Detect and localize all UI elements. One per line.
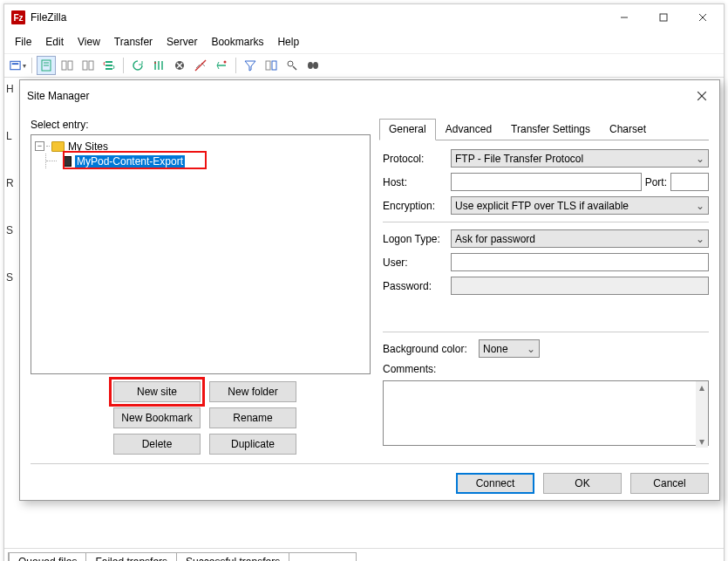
menu-server[interactable]: Server (160, 32, 204, 51)
reconnect-icon[interactable] (212, 56, 231, 75)
ok-button[interactable]: OK (543, 473, 622, 494)
panel-letter: H (6, 83, 17, 95)
comments-textarea[interactable] (383, 380, 709, 446)
dialog-close-button[interactable] (691, 86, 712, 106)
site-manager-icon[interactable] (8, 56, 27, 75)
menu-file[interactable]: File (8, 32, 38, 51)
user-label: User: (383, 257, 451, 269)
toggle-remote-tree-icon[interactable] (78, 56, 98, 75)
site-tree[interactable]: − My Sites MyPod-Content-Export (31, 134, 371, 374)
password-input (451, 277, 709, 295)
user-input[interactable] (451, 253, 709, 271)
process-queue-icon[interactable] (149, 56, 168, 75)
comments-label: Comments: (383, 363, 451, 375)
delete-button[interactable]: Delete (113, 434, 201, 455)
svg-line-22 (293, 66, 296, 70)
titlebar: Fz FileZilla (4, 4, 724, 31)
menu-view[interactable]: View (71, 32, 107, 51)
tree-root-label[interactable]: My Sites (68, 140, 108, 153)
refresh-icon[interactable] (128, 56, 147, 75)
cancel-icon[interactable] (170, 56, 189, 75)
password-label: Password: (383, 280, 451, 292)
minimize-button[interactable] (604, 5, 643, 30)
svg-point-13 (154, 62, 156, 64)
rename-button[interactable]: Rename (209, 407, 296, 428)
svg-rect-4 (10, 61, 20, 69)
disconnect-icon[interactable] (191, 56, 210, 75)
settings-tabs: General Advanced Transfer Settings Chars… (379, 119, 709, 140)
toolbar (4, 54, 724, 78)
host-input[interactable] (451, 173, 642, 191)
svg-point-23 (308, 62, 313, 69)
port-label: Port: (645, 176, 667, 188)
svg-point-18 (224, 61, 227, 64)
scrollbar[interactable]: ▴▾ (696, 381, 708, 448)
folder-icon (51, 141, 65, 152)
menu-edit[interactable]: Edit (38, 32, 71, 51)
directory-compare-icon[interactable] (262, 56, 281, 75)
menu-bookmarks[interactable]: Bookmarks (204, 32, 270, 51)
collapsed-panels: H L R S S (6, 83, 17, 284)
bgcolor-label: Background color: (383, 343, 479, 355)
svg-rect-20 (272, 61, 276, 70)
svg-rect-10 (68, 61, 72, 70)
close-button[interactable] (683, 5, 722, 30)
logon-type-label: Logon Type: (383, 233, 451, 245)
tab-charset[interactable]: Charset (600, 119, 656, 140)
tab-transfer-settings[interactable]: Transfer Settings (501, 119, 600, 140)
site-manager-dialog: Site Manager Select entry: − My Sites (19, 79, 720, 501)
cancel-button[interactable]: Cancel (630, 473, 709, 494)
tree-collapse-icon[interactable]: − (35, 141, 44, 151)
svg-rect-1 (660, 14, 667, 21)
svg-point-21 (288, 61, 293, 66)
tree-site-label[interactable]: MyPod-Content-Export (75, 155, 185, 168)
panel-letter: L (6, 130, 17, 142)
sync-browse-icon[interactable] (282, 56, 302, 75)
app-window: Fz FileZilla File Edit View Transfer Ser… (3, 3, 725, 561)
toggle-local-tree-icon[interactable] (58, 56, 77, 75)
menu-transfer[interactable]: Transfer (107, 32, 160, 51)
logon-type-select[interactable]: Ask for password (451, 229, 709, 248)
menu-help[interactable]: Help (270, 32, 306, 51)
panel-letter: S (6, 271, 17, 284)
tab-failed-transfers[interactable]: Failed transfers (86, 553, 177, 561)
panel-letter: S (6, 224, 17, 236)
toggle-log-icon[interactable] (37, 56, 56, 75)
dialog-title: Site Manager (27, 90, 691, 102)
protocol-select[interactable]: FTP - File Transfer Protocol (451, 149, 709, 168)
svg-rect-5 (12, 63, 19, 65)
svg-rect-11 (83, 61, 87, 70)
toggle-queue-icon[interactable] (99, 56, 119, 75)
new-bookmark-button[interactable]: New Bookmark (113, 407, 201, 428)
svg-rect-9 (62, 61, 66, 70)
host-label: Host: (383, 176, 451, 188)
menubar: File Edit View Transfer Server Bookmarks… (4, 31, 724, 54)
svg-rect-12 (89, 61, 93, 70)
new-site-button[interactable]: New site (113, 381, 201, 402)
tab-general[interactable]: General (379, 119, 436, 140)
svg-rect-19 (266, 61, 270, 70)
filter-icon[interactable] (241, 56, 260, 75)
bgcolor-select[interactable]: None (479, 339, 540, 358)
maximize-button[interactable] (643, 5, 683, 30)
encryption-select[interactable]: Use explicit FTP over TLS if available (451, 196, 709, 215)
site-icon (63, 156, 71, 167)
tab-queued-files[interactable]: Queued files (9, 552, 86, 561)
encryption-label: Encryption: (383, 200, 451, 212)
protocol-label: Protocol: (383, 153, 451, 165)
transfer-queue-tabs: Queued files Failed transfers Successful… (8, 552, 357, 561)
find-icon[interactable] (303, 56, 323, 75)
window-title: FileZilla (31, 11, 604, 24)
tab-advanced[interactable]: Advanced (436, 119, 501, 140)
select-entry-label: Select entry: (31, 119, 371, 131)
panel-letter: R (6, 177, 17, 189)
tab-successful-transfers[interactable]: Successful transfers (177, 553, 289, 561)
new-folder-button[interactable]: New folder (209, 381, 296, 402)
app-logo-icon: Fz (11, 10, 25, 24)
duplicate-button[interactable]: Duplicate (209, 434, 296, 455)
svg-point-24 (313, 62, 318, 69)
port-input[interactable] (670, 173, 709, 191)
connect-button[interactable]: Connect (456, 473, 534, 494)
